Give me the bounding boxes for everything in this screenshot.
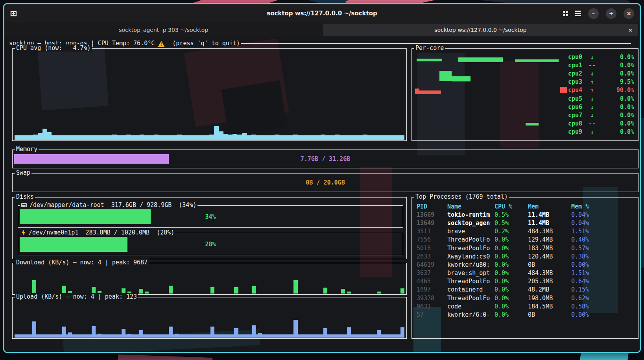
process-row: 9631code0.0%184.5MB0.58%	[417, 302, 636, 310]
core-spark-segment	[526, 123, 539, 126]
process-row: 7556ThreadPoolFo0.0%129.4MB0.40%	[417, 236, 636, 244]
window-title: socktop ws://127.0.0.0 ~/socktop	[4, 10, 640, 17]
core-name: cpu8	[568, 120, 587, 127]
header-rule	[241, 43, 631, 44]
process-pid: 2633	[417, 253, 447, 260]
tab-label: socktop_agent -p 303 ~/socktop	[119, 27, 208, 33]
top-processes-panel: Top Processes (1769 total) PID Name CPU …	[411, 197, 638, 339]
process-mem: 0B	[528, 261, 571, 268]
download-title: Download (KB/s) — now: 4 | peak: 9687	[15, 259, 149, 266]
process-pid: 39378	[417, 295, 447, 302]
swap-title: Swap	[15, 169, 31, 176]
process-cpu: 0.2%	[495, 228, 528, 235]
process-pid: 57	[417, 311, 447, 318]
process-rows: 13669tokio-runtim0.5%11.4MB0.04%13649soc…	[417, 210, 636, 319]
process-mem: 184.5MB	[528, 303, 571, 310]
upload-panel: Upload (KB/s) — now: 4 | peak: 123	[12, 297, 407, 339]
process-table-header: PID Name CPU % Mem Mem %	[417, 202, 636, 210]
col-mem: Mem	[528, 203, 571, 210]
disks-title: Disks	[15, 193, 35, 200]
core-trend-icon: ↑	[587, 87, 597, 94]
minimize-button[interactable]: –	[588, 8, 599, 19]
process-name: ThreadPoolFo	[447, 295, 495, 302]
core-name: cpu9	[568, 128, 587, 135]
process-row: 1697containerd0.0%48.2MB0.15%	[417, 286, 636, 294]
process-name: ThreadPoolFo	[447, 278, 495, 285]
maximize-button[interactable]: +	[606, 8, 616, 19]
core-spark-segment	[452, 76, 470, 81]
core-value: 0.0%	[597, 120, 634, 127]
memory-usage-label: 7.7GB / 31.2GB	[13, 155, 638, 162]
terminal-window: socktop ws://127.0.0.0 ~/socktop – + × s…	[3, 3, 641, 353]
process-pid: 13649	[417, 220, 447, 227]
tab-bar: socktop_agent -p 303 ~/socktop socktop w…	[4, 22, 640, 37]
process-mem: 198.0MB	[528, 295, 571, 302]
per-core-list: cpu0↓0.0%cpu1--0.0%cpu2↓0.0%cpu3↑9.5%cpu…	[560, 53, 634, 136]
process-mem: 11.4MB	[528, 220, 571, 227]
download-panel: Download (KB/s) — now: 4 | peak: 9687	[12, 263, 407, 295]
process-table: PID Name CPU % Mem Mem % 13669tokio-runt…	[417, 202, 636, 319]
process-cpu: 0.5%	[495, 220, 528, 227]
core-name: cpu7	[568, 112, 587, 119]
process-mem: 183.7MB	[528, 245, 571, 252]
core-spark-segment	[419, 90, 441, 94]
core-trend-icon: ↑	[587, 78, 597, 85]
process-name: ThreadPoolFo	[447, 236, 495, 243]
disk-label: /dev/nvme0n1p1 283.8MB / 1020.0MB (28%)	[29, 229, 174, 236]
process-row: 3511brave0.2%484.3MB1.51%	[417, 227, 636, 236]
tab-close-icon[interactable]: ×	[628, 27, 633, 33]
per-core-sparklines	[415, 54, 559, 138]
new-tab-icon[interactable]	[10, 9, 18, 17]
tab-socktop-client[interactable]: socktop ws://127.0.0.0 ~/socktop ×	[323, 24, 638, 36]
col-cpu: CPU %	[495, 203, 528, 210]
core-trend-icon: ↓	[587, 112, 597, 119]
process-row: 2633Xwayland:cs00.0%120.4MB0.38%	[417, 252, 636, 260]
process-cpu: 0.0%	[495, 311, 528, 318]
core-trend-icon: ↓	[587, 103, 597, 111]
tab-socktop-agent[interactable]: socktop_agent -p 303 ~/socktop	[6, 24, 321, 36]
process-mem: 484.3MB	[528, 270, 571, 277]
process-pid: 3511	[417, 228, 447, 235]
per-core-title: Per-core	[414, 44, 445, 52]
process-cpu: 0.0%	[495, 303, 528, 310]
process-cpu: 0.0%	[495, 253, 528, 260]
process-memp: 0.64%	[571, 278, 636, 285]
process-name: brave	[447, 228, 495, 235]
upload-histogram	[15, 304, 404, 338]
swap-panel: Swap 0B / 20.0GB	[12, 173, 638, 192]
process-memp: 0.57%	[571, 245, 636, 252]
core-name: cpu1	[568, 62, 587, 69]
core-value: 0.0%	[597, 62, 634, 69]
process-cpu: 0.0%	[495, 270, 528, 277]
process-name: containerd	[447, 286, 495, 293]
workspace-grid-icon[interactable]	[563, 11, 568, 16]
core-spark-segment	[417, 59, 443, 61]
process-cpu: 0.0%	[495, 261, 528, 268]
process-pid: 3637	[417, 270, 447, 277]
core-spark-segment	[515, 59, 559, 62]
menu-icon[interactable]	[575, 11, 581, 16]
process-mem: 120.4MB	[528, 253, 571, 260]
core-name: cpu3	[568, 78, 587, 85]
core-value: 9.5%	[597, 78, 634, 85]
process-memp: 1.51%	[571, 228, 636, 235]
process-name: tokio-runtim	[447, 211, 495, 218]
core-name: cpu6	[568, 103, 587, 111]
process-row: 5018ThreadPoolFo0.0%183.7MB0.57%	[417, 244, 636, 252]
top-processes-title: Top Processes (1769 total)	[414, 193, 509, 200]
core-trend-icon: ↓	[587, 54, 597, 61]
core-value: 0.0%	[597, 54, 634, 61]
col-pid: PID	[417, 203, 447, 210]
close-button[interactable]: ×	[624, 8, 634, 19]
process-row: 13649socktop_agen0.5%11.4MB0.04%	[417, 219, 636, 227]
core-alert-block	[560, 87, 567, 93]
core-spark-segment	[458, 57, 503, 62]
process-memp: 1.51%	[571, 270, 636, 277]
core-value: 90.0%	[597, 87, 634, 94]
process-cpu: 0.0%	[495, 245, 528, 252]
core-row-cpu3: cpu3↑9.5%	[560, 78, 634, 86]
process-name: ThreadPoolFo	[447, 245, 495, 252]
core-row-cpu8: cpu8--0.0%	[560, 120, 634, 128]
process-cpu: 0.5%	[495, 211, 528, 218]
memory-title: Memory	[15, 146, 39, 153]
